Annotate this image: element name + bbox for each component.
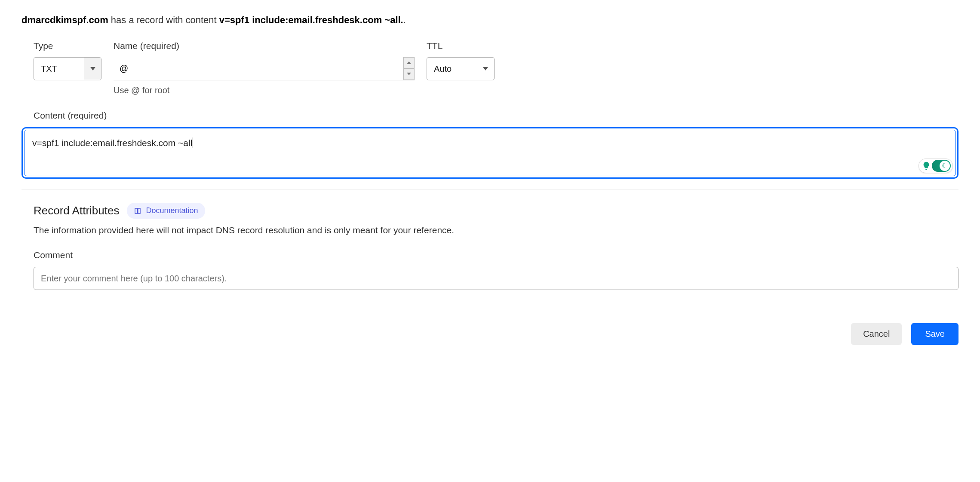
stepper-up-button[interactable]: [404, 58, 414, 69]
record-header: dmarcdkimspf.com has a record with conte…: [22, 13, 958, 27]
record-attributes-title: Record Attributes: [34, 202, 119, 219]
toggle-knob: ☾: [940, 161, 950, 171]
name-stepper[interactable]: [403, 57, 415, 80]
ttl-dropdown-button[interactable]: [477, 58, 494, 80]
chevron-down-icon: [483, 67, 488, 70]
documentation-link[interactable]: Documentation: [127, 203, 205, 219]
header-middle: has a record with content: [108, 15, 219, 25]
lightbulb-icon: [922, 161, 931, 171]
chevron-down-icon: [90, 67, 95, 70]
stepper-down-button[interactable]: [404, 69, 414, 79]
caret-up-icon: [407, 61, 411, 64]
content-focus-ring: v=spf1 include:email.freshdesk.com ~all …: [22, 127, 958, 179]
content-label: Content (required): [22, 109, 958, 122]
name-input[interactable]: [114, 57, 403, 80]
caret-down-icon: [407, 73, 411, 75]
save-button[interactable]: Save: [911, 323, 958, 345]
cancel-button[interactable]: Cancel: [851, 323, 902, 345]
name-label: Name (required): [114, 39, 415, 53]
comment-label: Comment: [34, 248, 958, 262]
record-attributes-desc: The information provided here will not i…: [34, 223, 958, 237]
book-icon: [134, 207, 141, 215]
text-cursor: [193, 137, 193, 148]
ttl-label: TTL: [427, 39, 495, 53]
documentation-label: Documentation: [146, 205, 198, 217]
header-record: v=spf1 include:email.freshdesk.com ~all.: [219, 15, 403, 25]
assistant-widget[interactable]: ☾: [919, 159, 953, 173]
assistant-toggle[interactable]: ☾: [932, 160, 951, 172]
comment-input[interactable]: [34, 267, 958, 290]
moon-icon: ☾: [942, 161, 948, 171]
content-value: v=spf1 include:email.freshdesk.com ~all: [32, 138, 192, 148]
section-divider: [22, 189, 958, 189]
type-value: TXT: [34, 62, 84, 75]
type-dropdown-button[interactable]: [84, 58, 101, 80]
ttl-select[interactable]: Auto: [427, 57, 495, 80]
type-select[interactable]: TXT: [34, 57, 101, 80]
name-hint: Use @ for root: [114, 84, 415, 97]
ttl-value: Auto: [427, 62, 477, 75]
header-domain: dmarcdkimspf.com: [22, 15, 108, 25]
header-tail: .: [403, 15, 406, 25]
type-label: Type: [34, 39, 101, 53]
footer-divider: [22, 310, 958, 310]
content-textarea[interactable]: v=spf1 include:email.freshdesk.com ~all …: [24, 130, 956, 176]
